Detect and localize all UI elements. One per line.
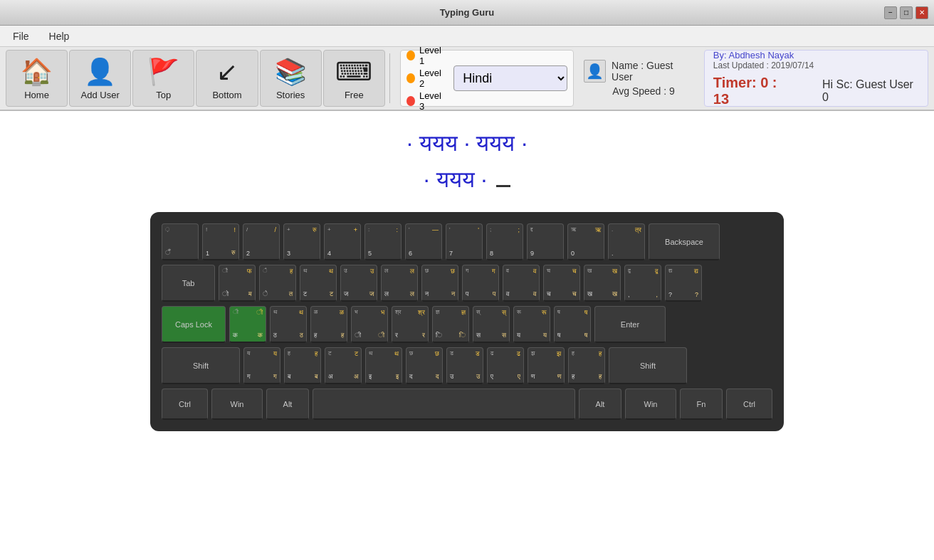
key-o[interactable]: च च च च	[543, 265, 580, 302]
window-title: Typing Guru	[440, 7, 494, 18]
key-9[interactable]: द्द 9	[527, 223, 564, 260]
key-backtick[interactable]: ़ ँ	[162, 223, 199, 260]
language-select[interactable]: Hindi English Marathi	[453, 65, 567, 91]
ctrl-left-key[interactable]: Ctrl	[162, 389, 208, 420]
key-x[interactable]: ह ब ह ब	[284, 347, 321, 384]
key-7[interactable]: ' 7 '	[446, 223, 483, 260]
key-c[interactable]: ट अ ट अ	[325, 347, 362, 384]
typing-text-display: · ययय · ययय · · ययय ·	[406, 125, 528, 198]
menu-file[interactable]: File	[6, 28, 36, 45]
alt-right-key[interactable]: Alt	[579, 389, 621, 420]
typing-cursor	[496, 185, 510, 187]
top-icon: 🚩	[147, 57, 179, 87]
key-i[interactable]: व व व व	[503, 265, 540, 302]
key-t[interactable]: ल ल ल ल	[381, 265, 418, 302]
levels-panel: Level 1 Level 2 Level 3 Hindi English Ma…	[400, 50, 574, 107]
key-8[interactable]: ; 8 ;	[486, 223, 523, 260]
key-1[interactable]: ! 1 ! रु	[202, 223, 239, 260]
win-left-key[interactable]: Win	[211, 389, 263, 420]
shift-left-key[interactable]: Shift	[162, 347, 240, 384]
level1-dot	[406, 51, 415, 60]
key-p[interactable]: ख ख ख ख	[584, 265, 621, 302]
key-w[interactable]: ै े ह त	[259, 265, 296, 302]
key-s[interactable]: थ ठ थ ठ	[270, 306, 307, 343]
key-l[interactable]: ष ष ष ष	[554, 306, 591, 343]
stories-button[interactable]: 📚 Stories	[260, 50, 322, 107]
right-info-block: By: Abdhesh Nayak Last Updated : 2019/07…	[704, 50, 928, 107]
alt-left-key[interactable]: Alt	[266, 389, 309, 420]
maximize-button[interactable]: □	[900, 6, 913, 19]
timer-display: Timer: 0 : 13	[713, 75, 794, 107]
key-a[interactable]: ी क ी क	[229, 306, 266, 343]
key-dot[interactable]: . . त्र	[608, 223, 645, 260]
key-period[interactable]: ह ह ह ह	[568, 347, 605, 384]
top-button[interactable]: 🚩 Top	[132, 50, 194, 107]
key-g[interactable]: श्र र श्र र	[392, 306, 429, 343]
key-row-1: ़ ँ ! 1 ! रु / 2 / + 3 रु + 4	[162, 223, 772, 260]
key-b[interactable]: छ द छ द	[406, 347, 443, 384]
key-h[interactable]: ज्ञ ि ज्ञ ि	[432, 306, 469, 343]
key-r[interactable]: उ ज उ ज	[340, 265, 377, 302]
ctrl-right-key[interactable]: Ctrl	[726, 389, 772, 420]
key-3[interactable]: + 3 रु	[283, 223, 320, 260]
key-d[interactable]: ळ ह ळ ह	[310, 306, 347, 343]
enter-key[interactable]: Enter	[594, 306, 666, 343]
key-z[interactable]: य ग य ग	[243, 347, 280, 384]
key-comma[interactable]: झ ण झ ण	[528, 347, 565, 384]
key-bracket-r[interactable]: द्य ? द्य ?	[665, 265, 702, 302]
menu-bar: File Help	[0, 26, 934, 47]
updated-line: Last Updated : 2019/07/14	[713, 60, 814, 70]
avatar: 👤	[584, 60, 606, 83]
key-j[interactable]: स् स स् स	[473, 306, 510, 343]
minimize-button[interactable]: −	[884, 6, 897, 19]
home-button[interactable]: 🏠 Home	[6, 50, 68, 107]
bottom-icon: ↙	[216, 57, 238, 87]
add-user-icon: 👤	[84, 57, 116, 87]
key-u[interactable]: ग प ग प	[462, 265, 499, 302]
shift-right-key[interactable]: Shift	[609, 347, 687, 384]
key-6[interactable]: ' 6 —	[405, 223, 442, 260]
home-icon: 🏠	[21, 57, 53, 87]
win-right-key[interactable]: Win	[625, 389, 676, 420]
key-5[interactable]: : 5 :	[364, 223, 402, 260]
key-2[interactable]: / 2 /	[243, 223, 280, 260]
free-icon: ⌨	[335, 57, 372, 87]
key-y[interactable]: छ न छ न	[421, 265, 458, 302]
level2-item[interactable]: Level 2	[406, 68, 445, 89]
free-button[interactable]: ⌨ Free	[323, 50, 385, 107]
tab-key[interactable]: Tab	[162, 265, 215, 302]
menu-help[interactable]: Help	[42, 28, 77, 45]
toolbar-divider	[389, 53, 390, 103]
user-name-row: 👤 Name : Guest User	[584, 60, 694, 83]
key-f[interactable]: भ ी भ ी	[351, 306, 388, 343]
close-button[interactable]: ✕	[915, 6, 928, 19]
space-key[interactable]	[313, 389, 575, 420]
key-e[interactable]: थ ट थ ट	[300, 265, 337, 302]
level2-dot	[406, 73, 415, 83]
key-bracket-l[interactable]: द्व , द्व ,	[624, 265, 661, 302]
key-q[interactable]: ौ ो फ म	[219, 265, 256, 302]
key-4[interactable]: + 4 +	[324, 223, 361, 260]
level3-dot	[406, 96, 415, 106]
timer-hi-row: Timer: 0 : 13 Hi Sc: Guest User 0	[713, 75, 919, 107]
key-k[interactable]: रू य रू य	[513, 306, 550, 343]
toolbar: 🏠 Home 👤 Add User 🚩 Top ↙ Bottom 📚 Stori…	[0, 47, 934, 111]
key-v[interactable]: थ इ थ इ	[365, 347, 402, 384]
level1-item[interactable]: Level 1	[406, 45, 445, 66]
levels-list: Level 1 Level 2 Level 3	[406, 45, 445, 112]
avg-speed: Avg Speed : 9	[612, 85, 675, 97]
add-user-button[interactable]: 👤 Add User	[69, 50, 131, 107]
keyboard: ़ ँ ! 1 ! रु / 2 / + 3 रु + 4	[150, 212, 784, 431]
level3-item[interactable]: Level 3	[406, 90, 445, 112]
bottom-button[interactable]: ↙ Bottom	[196, 50, 258, 107]
fn-key[interactable]: Fn	[680, 389, 723, 420]
backspace-key[interactable]: Backspace	[649, 223, 720, 260]
typing-line-1: · ययय · ययय ·	[406, 125, 528, 162]
hi-score-display: Hi Sc: Guest User 0	[822, 78, 919, 104]
caps-lock-key[interactable]: Caps Lock	[162, 306, 226, 343]
key-n[interactable]: ड उ ड उ	[446, 347, 483, 384]
key-0[interactable]: ऋ 0 ऋ	[567, 223, 604, 260]
key-m[interactable]: ढ ए ढ ए	[487, 347, 524, 384]
window-controls: − □ ✕	[884, 6, 928, 19]
author-line: By: Abdhesh Nayak	[713, 50, 794, 60]
